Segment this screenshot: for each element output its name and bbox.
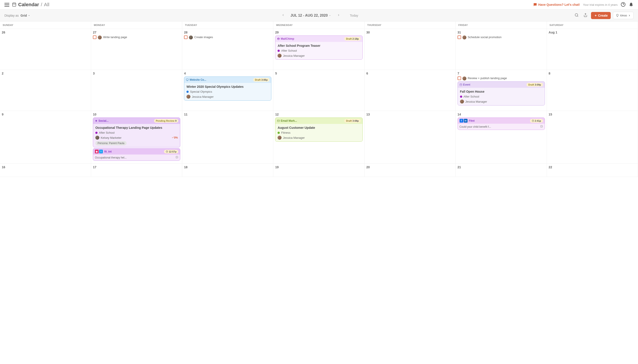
day-cell[interactable]: 26	[0, 29, 91, 70]
avatar	[278, 136, 282, 140]
day-cell[interactable]: 21	[456, 164, 547, 177]
help-icon[interactable]	[621, 2, 626, 8]
checkbox[interactable]	[458, 36, 461, 39]
date-range[interactable]: JUL 12 - AUG 22, 2020	[290, 14, 331, 18]
day-cell[interactable]: 18	[182, 164, 273, 177]
task-item[interactable]: Write landing page	[93, 36, 180, 40]
breadcrumb-current[interactable]: All	[44, 2, 49, 8]
card-owner: Kelsey Marketer 0%	[95, 136, 178, 140]
day-cell[interactable]: 11	[182, 111, 273, 164]
avatar	[98, 36, 102, 40]
checkbox[interactable]	[93, 36, 96, 39]
task-item[interactable]: Review + publish landing page	[458, 76, 545, 80]
prev-arrow[interactable]	[280, 12, 286, 18]
time-pill: 12:57p	[164, 150, 178, 154]
task-item[interactable]: Schedule social promotion	[458, 36, 545, 40]
day-cell[interactable]: 12 Email Mark... Draft 3:08p August Cust…	[273, 111, 364, 164]
ideas-button[interactable]: Ideas	[613, 12, 634, 19]
day-cell[interactable]: 29 MailChimp Draft 2:18p After School Pr…	[273, 29, 364, 70]
day-number: 28	[184, 30, 271, 34]
progress-badge: 0%	[172, 136, 178, 139]
chat-text: Have Questions? Let's chat!	[538, 3, 580, 6]
day-cell[interactable]: Aug 1	[547, 29, 638, 70]
day-cell[interactable]: 20	[365, 164, 456, 177]
day-number: 10	[93, 112, 180, 116]
day-header: SATURDAY	[547, 22, 638, 29]
content-card[interactable]: Email Mark... Draft 3:08p August Custome…	[275, 118, 362, 142]
day-number: Aug 1	[549, 30, 636, 34]
menu-icon[interactable]	[4, 2, 9, 8]
day-cell[interactable]: 3	[91, 70, 182, 111]
day-number: 2	[2, 72, 89, 75]
svg-rect-14	[460, 84, 462, 86]
day-number: 9	[2, 112, 89, 116]
card-header: Email Mark... Draft 3:08p	[275, 118, 362, 124]
day-cell[interactable]: 27 Write landing page	[91, 29, 182, 70]
day-number: 22	[549, 165, 636, 169]
checkbox[interactable]	[458, 76, 461, 80]
card-title: Fall Open House	[460, 90, 542, 94]
share-icon[interactable]	[582, 12, 589, 19]
card-tag: Special Olympics	[186, 90, 269, 93]
create-button[interactable]: Create	[591, 12, 611, 19]
day-cell[interactable]: 6	[365, 70, 456, 111]
avatar	[186, 95, 190, 99]
status-pill: Draft 2:18p	[344, 37, 360, 40]
svg-rect-0	[13, 3, 16, 6]
card-owner: Jessica Manager	[186, 95, 269, 99]
content-card[interactable]: Event Draft 3:09p Fall Open House After …	[458, 81, 545, 106]
day-number: 3	[93, 72, 180, 75]
social-card[interactable]: finFitnt 2:41p Could your child benefit …	[458, 118, 545, 130]
day-cell[interactable]: 14 finFitnt 2:41p Could your child benef…	[456, 111, 547, 164]
ig-icon: ◉	[95, 150, 99, 154]
card-header: Website Co... Draft 3:06p	[184, 77, 271, 83]
day-cell[interactable]: 19	[273, 164, 364, 177]
avatar	[462, 36, 466, 40]
day-cell[interactable]: 9	[0, 111, 91, 164]
chevron-right-icon	[628, 14, 631, 17]
top-bar: Calendar / All Have Questions? Let's cha…	[0, 0, 638, 10]
day-cell[interactable]: 31 Schedule social promotion	[456, 29, 547, 70]
task-text: Schedule social promotion	[468, 36, 502, 39]
channel-label: Email Mark...	[281, 119, 297, 122]
content-card[interactable]: Website Co... Draft 3:06p Winter 2020 Sp…	[184, 76, 271, 101]
day-cell[interactable]: 13	[365, 111, 456, 164]
svg-point-6	[575, 14, 578, 16]
display-select[interactable]: Grid	[20, 14, 30, 17]
card-title: Occupational Therapy Landing Page Update…	[95, 126, 178, 130]
day-number: 19	[275, 165, 362, 169]
card-title: August Customer Update	[278, 126, 360, 130]
time-pill: 2:41p	[530, 119, 543, 122]
day-cell[interactable]: 17	[91, 164, 182, 177]
content-card[interactable]: Social... Pending Review 9 Occupational …	[93, 118, 180, 148]
checkbox[interactable]	[184, 36, 188, 39]
bell-icon[interactable]	[629, 2, 634, 8]
day-cell[interactable]: 8	[547, 70, 638, 111]
svg-point-20	[176, 157, 177, 157]
card-header: Event Draft 3:09p	[458, 82, 545, 88]
day-cell[interactable]: 7 Review + publish landing page Event Dr…	[456, 70, 547, 111]
day-number: 27	[93, 30, 180, 34]
channel-label: Social...	[98, 119, 108, 122]
day-cell[interactable]: 15	[547, 111, 638, 164]
day-number: 20	[366, 165, 454, 169]
day-cell[interactable]: 10 Social... Pending Review 9 Occupation…	[91, 111, 182, 164]
social-card[interactable]: ◉tfit_tnt 12:57p Occupational therapy he…	[93, 148, 180, 161]
day-cell[interactable]: 16	[0, 164, 91, 177]
day-cell[interactable]: 22	[547, 164, 638, 177]
today-button[interactable]: Today	[350, 14, 358, 17]
next-arrow[interactable]	[335, 12, 342, 18]
search-icon[interactable]	[573, 12, 580, 19]
task-item[interactable]: Create images	[184, 36, 271, 40]
content-card[interactable]: MailChimp Draft 2:18p After School Progr…	[275, 36, 362, 60]
day-cell[interactable]: 4 Website Co... Draft 3:06p Winter 2020 …	[182, 70, 273, 111]
day-cell[interactable]: 30	[365, 29, 456, 70]
day-header: MONDAY	[91, 22, 182, 29]
chat-link[interactable]: Have Questions? Let's chat!	[533, 3, 580, 6]
day-cell[interactable]: 5	[273, 70, 364, 111]
card-owner: Jessica Manager	[278, 54, 360, 58]
day-cell[interactable]: 2	[0, 70, 91, 111]
display-as-label: Display as	[4, 14, 19, 17]
day-cell[interactable]: 28 Create images	[182, 29, 273, 70]
day-number: 15	[549, 112, 636, 116]
